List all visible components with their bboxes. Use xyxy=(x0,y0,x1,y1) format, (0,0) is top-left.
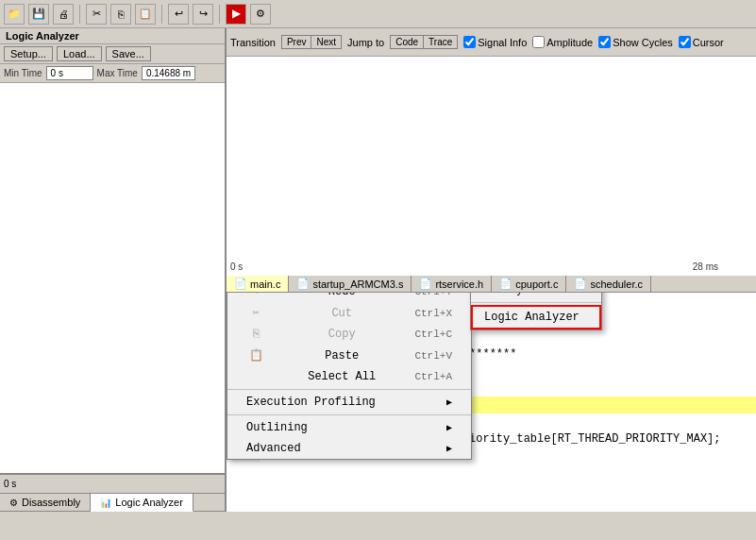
split-area: Logic Analyzer Setup... Load... Save... … xyxy=(0,28,756,512)
trace-button[interactable]: Trace xyxy=(424,36,457,48)
startup-tab-icon: 📄 xyxy=(296,278,310,290)
code-tab-main[interactable]: 📄 main.c xyxy=(227,276,289,292)
outlining-arrow: ▶ xyxy=(446,422,452,433)
min-time-value: 0 s xyxy=(46,66,93,80)
left-panel: Logic Analyzer Setup... Load... Save... … xyxy=(0,28,227,512)
tab-logic-analyzer[interactable]: 📊 Logic Analyzer xyxy=(91,494,193,512)
submenu-logic-analyzer[interactable]: Logic Analyzer xyxy=(471,305,601,329)
scheduler-tab-label: scheduler.c xyxy=(590,278,643,290)
toolbar-icon-8[interactable]: ↪ xyxy=(193,4,213,25)
tab-la-label: Logic Analyzer xyxy=(115,497,183,508)
la-title-bar: Logic Analyzer xyxy=(0,28,225,44)
tab-disassembly[interactable]: ⚙ Disassembly xyxy=(0,494,91,511)
amplitude-checkbox[interactable] xyxy=(532,36,545,48)
save-button[interactable]: Save... xyxy=(106,46,151,61)
context-menu: Split Window horizontally Insert '#inclu… xyxy=(227,293,472,460)
menu-paste[interactable]: 📋 Paste Ctrl+V xyxy=(227,345,471,366)
la-waveform xyxy=(0,83,225,474)
toolbar-icon-build[interactable]: ▶ xyxy=(226,4,246,25)
redo-icon: ↪ xyxy=(246,293,265,298)
cut-shortcut: Ctrl+X xyxy=(414,308,452,319)
main-area: Logic Analyzer Setup... Load... Save... … xyxy=(0,28,756,540)
prev-button[interactable]: Prev xyxy=(282,36,312,48)
memory4-label: Memory 4 xyxy=(482,293,537,296)
time-right-left: 0 s xyxy=(230,262,243,272)
menu-exec-profiling[interactable]: Execution Profiling ▶ xyxy=(227,392,471,413)
code-tab-cpuport[interactable]: 📄 cpuport.c xyxy=(492,276,566,292)
toolbar-icon-1[interactable]: 📁 xyxy=(4,4,25,25)
code-tab-startup[interactable]: 📄 startup_ARMCM3.s xyxy=(289,276,412,292)
time-right: 28 ms xyxy=(693,262,718,272)
la-time-controls: Min Time 0 s Max Time 0.14688 m xyxy=(0,64,225,83)
menu-sep-7 xyxy=(227,414,471,415)
menu-advanced[interactable]: Advanced ▶ xyxy=(227,438,471,459)
startup-tab-label: startup_ARMCM3.s xyxy=(312,278,403,290)
next-button[interactable]: Next xyxy=(311,36,341,48)
code-tab-rtservice[interactable]: 📄 rtservice.h xyxy=(412,276,492,292)
transition-label: Transition xyxy=(230,37,276,48)
right-waveform: 0 s 28 ms xyxy=(227,57,756,276)
toolbar-icon-5[interactable]: ⎘ xyxy=(110,4,131,25)
copy-shortcut: Ctrl+C xyxy=(414,329,452,340)
toolbar-icon-3[interactable]: 🖨 xyxy=(53,4,74,25)
select-all-label: Select All xyxy=(308,370,376,383)
redo-shortcut: Ctrl+Y xyxy=(414,293,452,297)
toolbar-sep-1 xyxy=(79,5,80,24)
menu-outlining[interactable]: Outlining ▶ xyxy=(227,417,471,438)
paste-shortcut: Ctrl+V xyxy=(414,350,452,362)
toolbar-icon-6[interactable]: 📋 xyxy=(135,4,156,25)
la-controls: Setup... Load... Save... xyxy=(0,44,225,64)
submenu-memory4[interactable]: Memory 4 xyxy=(471,293,601,300)
main-tab-label: main.c xyxy=(250,278,280,290)
cpuport-tab-icon: 📄 xyxy=(499,278,512,290)
show-cycles-checkbox[interactable] xyxy=(598,36,611,48)
copy-icon: ⎘ xyxy=(246,328,265,341)
toolbar-sep-2 xyxy=(161,5,162,24)
right-header: Transition Prev Next Jump to Code Trace … xyxy=(227,28,756,57)
jump-group: Code Trace xyxy=(390,35,458,49)
menu-sep-6 xyxy=(227,389,471,390)
show-cycles-text: Show Cycles xyxy=(613,37,673,48)
advanced-label: Advanced xyxy=(246,442,301,455)
scheduler-tab-icon: 📄 xyxy=(574,278,587,290)
max-time-value: 0.14688 m xyxy=(142,66,195,80)
menu-cut[interactable]: ✂ Cut Ctrl+X xyxy=(227,302,471,324)
paste-label: Paste xyxy=(325,349,359,363)
menu-copy[interactable]: ⎘ Copy Ctrl+C xyxy=(227,324,471,345)
outlining-label: Outlining xyxy=(246,421,308,434)
cut-label: Cut xyxy=(331,307,352,320)
max-time-label: Max Time xyxy=(97,68,138,78)
menu-redo[interactable]: ↪ Redo Ctrl+Y xyxy=(227,293,471,302)
disassembly-icon: ⚙ xyxy=(9,498,18,508)
submenu: Watch 1 Watch 2 Memory 1 Memory 2 Memory… xyxy=(470,293,602,330)
time-left: 0 s xyxy=(4,479,16,489)
amplitude-label[interactable]: Amplitude xyxy=(532,36,593,48)
toolbar-icon-2[interactable]: 💾 xyxy=(28,4,49,25)
tab-disassembly-label: Disassembly xyxy=(22,497,80,508)
main-tab-icon: 📄 xyxy=(234,278,247,290)
code-button[interactable]: Code xyxy=(391,36,424,48)
jump-to-label: Jump to xyxy=(347,37,384,48)
toolbar-icon-7[interactable]: ↩ xyxy=(168,4,189,25)
right-panel: Transition Prev Next Jump to Code Trace … xyxy=(227,28,756,512)
cursor-label[interactable]: Cursor xyxy=(679,36,724,48)
load-button[interactable]: Load... xyxy=(57,46,102,61)
signal-info-label[interactable]: Signal Info xyxy=(463,36,527,48)
show-cycles-label[interactable]: Show Cycles xyxy=(598,36,673,48)
menu-select-all[interactable]: Select All Ctrl+A xyxy=(227,366,471,387)
rtservice-tab-icon: 📄 xyxy=(419,278,432,290)
setup-button[interactable]: Setup... xyxy=(4,46,53,61)
amplitude-text: Amplitude xyxy=(546,37,593,48)
select-all-shortcut: Ctrl+A xyxy=(414,371,452,382)
cursor-text: Cursor xyxy=(693,37,724,48)
code-tab-scheduler[interactable]: 📄 scheduler.c xyxy=(566,276,651,292)
cpuport-tab-label: cpuport.c xyxy=(515,278,558,290)
cursor-checkbox[interactable] xyxy=(679,36,691,48)
toolbar-sep-3 xyxy=(219,5,220,24)
toolbar-icon-4[interactable]: ✂ xyxy=(86,4,107,25)
exec-profiling-label: Execution Profiling xyxy=(246,396,376,409)
exec-profiling-arrow: ▶ xyxy=(446,397,452,408)
toolbar-icon-9[interactable]: ⚙ xyxy=(250,4,271,25)
signal-info-checkbox[interactable] xyxy=(463,36,476,48)
cut-icon: ✂ xyxy=(246,306,265,320)
